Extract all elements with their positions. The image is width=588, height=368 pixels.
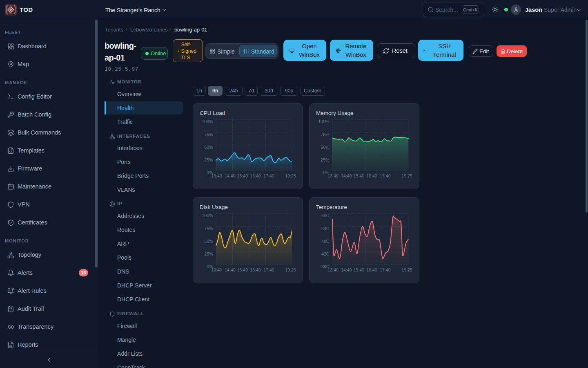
svg-text:100%: 100% — [202, 213, 213, 218]
svg-text:75%: 75% — [321, 132, 330, 137]
svg-text:75%: 75% — [204, 226, 213, 231]
svg-text:50%: 50% — [321, 145, 330, 150]
svg-text:14:40: 14:40 — [225, 267, 236, 272]
svg-text:17:40: 17:40 — [380, 267, 391, 272]
svg-text:19:25: 19:25 — [401, 173, 412, 178]
svg-text:16:40: 16:40 — [366, 267, 377, 272]
svg-text:19:25: 19:25 — [285, 173, 296, 178]
svg-text:17:40: 17:40 — [263, 267, 274, 272]
svg-text:14:40: 14:40 — [225, 173, 236, 178]
svg-text:14:40: 14:40 — [341, 267, 352, 272]
svg-text:13:40: 13:40 — [211, 267, 222, 272]
svg-text:17:40: 17:40 — [380, 173, 391, 178]
svg-text:50%: 50% — [204, 145, 213, 150]
svg-text:50%: 50% — [204, 239, 213, 244]
svg-text:25%: 25% — [204, 157, 213, 162]
svg-text:15:40: 15:40 — [237, 267, 248, 272]
svg-text:16:40: 16:40 — [250, 173, 261, 178]
svg-text:19:25: 19:25 — [401, 267, 412, 272]
svg-text:19:25: 19:25 — [285, 267, 296, 272]
svg-text:42C: 42C — [321, 251, 330, 256]
svg-text:75%: 75% — [204, 132, 213, 137]
svg-text:14:40: 14:40 — [341, 173, 352, 178]
svg-text:15:40: 15:40 — [354, 173, 365, 178]
svg-text:13:40: 13:40 — [211, 173, 222, 178]
svg-text:54C: 54C — [321, 226, 330, 231]
svg-text:17:40: 17:40 — [263, 173, 274, 178]
svg-text:15:40: 15:40 — [237, 173, 248, 178]
svg-text:16:40: 16:40 — [366, 173, 377, 178]
svg-text:25%: 25% — [321, 157, 330, 162]
svg-text:48C: 48C — [321, 239, 330, 244]
svg-text:13:40: 13:40 — [327, 267, 339, 272]
svg-text:100%: 100% — [318, 119, 330, 124]
svg-text:25%: 25% — [204, 251, 213, 256]
svg-text:13:40: 13:40 — [327, 173, 339, 178]
svg-text:16:40: 16:40 — [250, 267, 261, 272]
svg-text:15:40: 15:40 — [354, 267, 365, 272]
svg-text:60C: 60C — [321, 213, 330, 218]
svg-text:100%: 100% — [202, 119, 213, 124]
